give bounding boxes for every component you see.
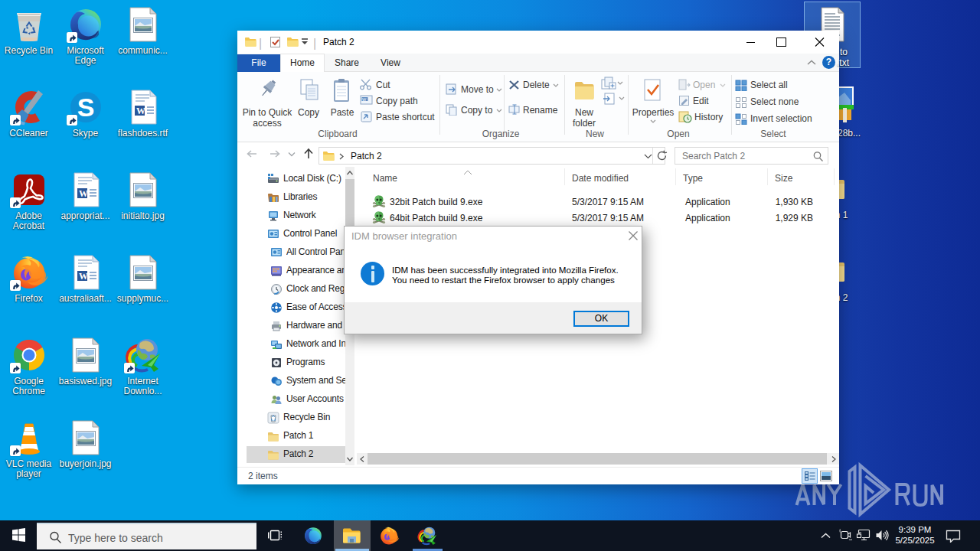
svg-text:9:39 PM: 9:39 PM <box>899 525 932 534</box>
svg-text:5/25/2025: 5/25/2025 <box>895 536 934 545</box>
svg-text:W: W <box>362 97 367 102</box>
